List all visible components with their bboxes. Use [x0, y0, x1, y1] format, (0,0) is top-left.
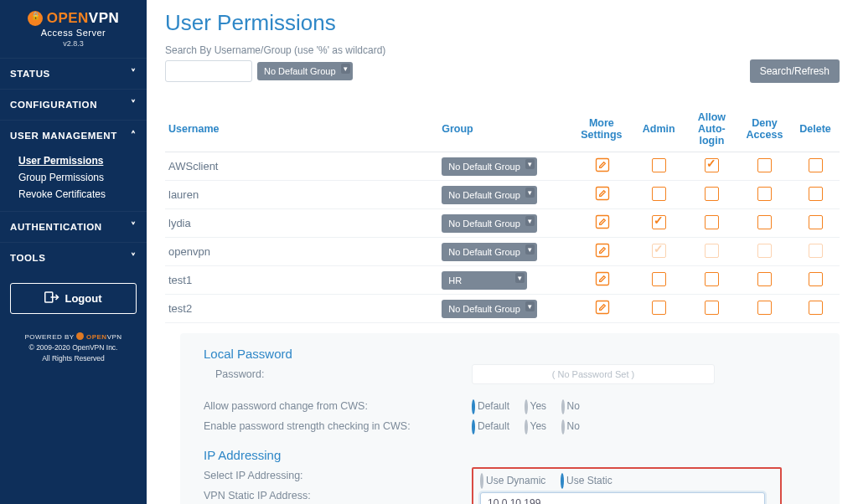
admin-checkbox[interactable] [652, 215, 666, 229]
col-admin: Admin [633, 106, 685, 152]
svg-rect-6 [596, 301, 608, 314]
logout-button[interactable]: Logout [10, 283, 137, 314]
autologin-checkbox[interactable] [705, 301, 719, 315]
sidebar-footer: POWERED BY OPENVPN © 2009-2020 OpenVPN I… [0, 332, 147, 364]
admin-checkbox[interactable] [652, 158, 666, 172]
nav-item-user-management[interactable]: USER MANAGEMENT˄ [0, 121, 147, 151]
section-ip-addressing: IP Addressing [204, 448, 816, 462]
subnav-revoke-certificates[interactable]: Revoke Certificates [18, 186, 147, 203]
table-row: test1HR [165, 266, 840, 295]
password-field[interactable]: ( No Password Set ) [472, 364, 715, 384]
password-label: Password: [204, 368, 472, 380]
brand-logo: OPENVPN Access Server v2.8.3 [0, 7, 147, 58]
deny-checkbox[interactable] [757, 244, 772, 258]
admin-checkbox[interactable] [652, 244, 666, 258]
autologin-checkbox[interactable] [705, 272, 719, 286]
table-row: AWSclientNo Default Group [165, 152, 840, 181]
edit-icon[interactable] [594, 299, 609, 314]
delete-checkbox[interactable] [809, 244, 823, 258]
delete-checkbox[interactable] [809, 215, 823, 229]
ip-dynamic-radio[interactable] [480, 473, 483, 489]
chevron-down-icon: ˅ [131, 221, 137, 233]
group-dropdown[interactable]: HR [442, 271, 527, 290]
subnav-group-permissions[interactable]: Group Permissions [18, 169, 147, 186]
table-row: lydiaNo Default Group [165, 209, 840, 238]
group-dropdown[interactable]: No Default Group [442, 300, 537, 318]
cell-username: lauren [165, 181, 438, 209]
cell-username: openvpn [165, 238, 438, 266]
col-deny: Deny Access [738, 106, 791, 152]
search-label: Search By Username/Group (use '%' as wil… [165, 44, 840, 56]
ip-static-radio[interactable] [561, 473, 564, 489]
edit-icon[interactable] [594, 157, 609, 172]
table-row: laurenNo Default Group [165, 181, 840, 209]
deny-checkbox[interactable] [757, 187, 772, 201]
admin-checkbox[interactable] [652, 301, 666, 315]
cell-username: test1 [165, 266, 438, 295]
autologin-checkbox[interactable] [705, 187, 719, 201]
svg-rect-2 [596, 188, 608, 200]
deny-checkbox[interactable] [757, 158, 772, 172]
delete-checkbox[interactable] [809, 272, 823, 286]
delete-checkbox[interactable] [809, 187, 823, 201]
default-group-dropdown[interactable]: No Default Group [257, 62, 353, 80]
table-row: test2No Default Group [165, 295, 840, 323]
subnav-user-permissions[interactable]: User Permissions [18, 152, 147, 169]
deny-checkbox[interactable] [757, 215, 772, 229]
svg-rect-4 [596, 244, 608, 257]
group-dropdown[interactable]: No Default Group [442, 243, 537, 261]
col-autologin: Allow Auto-login [685, 106, 738, 152]
shield-icon [28, 11, 43, 26]
static-ip-input[interactable] [480, 492, 765, 504]
brand-subtitle: Access Server [7, 28, 140, 38]
edit-icon[interactable] [594, 213, 609, 229]
cell-username: lydia [165, 209, 438, 238]
search-input[interactable] [165, 60, 252, 82]
strength-no-radio[interactable] [561, 419, 565, 435]
allow-change-yes-radio[interactable] [525, 399, 528, 414]
svg-rect-3 [596, 216, 608, 229]
admin-checkbox[interactable] [652, 187, 666, 201]
col-more: More Settings [571, 106, 633, 152]
edit-icon[interactable] [594, 242, 609, 257]
main-content: User Permissions Search By Username/Grou… [147, 0, 858, 504]
logout-label: Logout [65, 292, 101, 305]
edit-icon[interactable] [594, 185, 609, 200]
allow-change-default-radio[interactable] [472, 399, 475, 414]
pw-strength-label: Enable password strength checking in CWS… [204, 420, 472, 432]
chevron-down-icon: ˅ [131, 252, 137, 264]
autologin-checkbox[interactable] [705, 244, 719, 258]
group-dropdown[interactable]: No Default Group [442, 214, 537, 233]
autologin-checkbox[interactable] [705, 158, 719, 172]
cell-username: test2 [165, 295, 438, 323]
delete-checkbox[interactable] [809, 301, 823, 315]
page-title: User Permissions [165, 10, 840, 36]
nav-item-status[interactable]: STATUS˅ [0, 59, 147, 89]
strength-yes-radio[interactable] [525, 419, 528, 435]
nav-item-configuration[interactable]: CONFIGURATION˅ [0, 90, 147, 120]
strength-default-radio[interactable] [472, 419, 475, 435]
cell-username: AWSclient [165, 152, 438, 181]
edit-icon[interactable] [594, 270, 609, 285]
svg-rect-1 [596, 159, 608, 172]
allow-change-no-radio[interactable] [561, 399, 565, 414]
admin-checkbox[interactable] [652, 272, 666, 286]
sidebar: OPENVPN Access Server v2.8.3 STATUS˅CONF… [0, 0, 147, 504]
logout-icon [44, 291, 59, 306]
brand-version: v2.8.3 [7, 39, 140, 48]
chevron-down-icon: ˅ [131, 99, 137, 111]
deny-checkbox[interactable] [757, 301, 772, 315]
deny-checkbox[interactable] [757, 272, 772, 286]
group-dropdown[interactable]: No Default Group [442, 186, 537, 204]
allow-pw-change-label: Allow password change from CWS: [204, 400, 472, 412]
vpn-static-label: VPN Static IP Address: [204, 490, 472, 501]
nav-item-authentication[interactable]: AUTHENTICATION˅ [0, 212, 147, 242]
search-refresh-button[interactable]: Search/Refresh [750, 59, 840, 83]
section-local-password: Local Password [204, 347, 816, 361]
users-table: Username Group More Settings Admin Allow… [165, 106, 840, 323]
nav-item-tools[interactable]: TOOLS˅ [0, 243, 147, 273]
col-delete: Delete [791, 106, 840, 152]
delete-checkbox[interactable] [809, 158, 823, 172]
group-dropdown[interactable]: No Default Group [442, 157, 537, 176]
autologin-checkbox[interactable] [705, 215, 719, 229]
